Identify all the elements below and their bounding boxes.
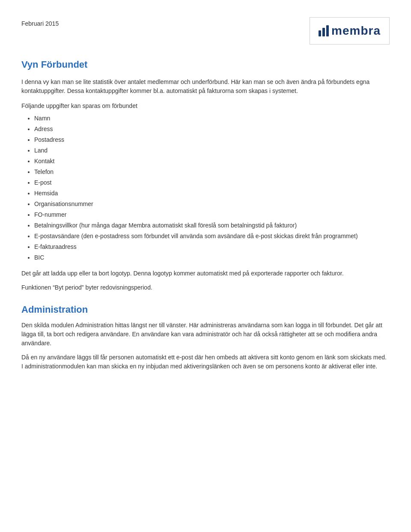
list-intro-text: Följande uppgifter kan sparas om förbund… (21, 102, 390, 111)
date-label: Februari 2015 (21, 17, 59, 28)
list-item: Telefon (34, 167, 390, 176)
list-item: FO-nummer (34, 210, 390, 219)
intro-section: I denna vy kan man se lite statistik öve… (21, 78, 390, 96)
intro-paragraph: I denna vy kan man se lite statistik öve… (21, 78, 390, 96)
list-item: Betalningsvillkor (hur många dagar Membr… (34, 221, 390, 230)
list-item: Organisationsnummer (34, 200, 390, 209)
admin-paragraph-2: Då en ny användare läggs till får person… (21, 353, 390, 371)
list-item: E-postavsändare (den e-postadress som fö… (34, 232, 390, 241)
page-title: Vyn Förbundet (21, 57, 390, 72)
period-paragraph: Funktionen “Byt period” byter redovisnin… (21, 283, 390, 292)
logo-bar-1 (319, 30, 321, 36)
logo-text: membra (331, 22, 381, 40)
page-header: Februari 2015 membra (21, 17, 390, 45)
list-item: Postadress (34, 135, 390, 144)
logo-bar-3 (326, 25, 329, 36)
list-item: E-post (34, 178, 390, 187)
logo-bars-icon (319, 25, 329, 36)
logotype-paragraph: Det går att ladda upp eller ta bort logo… (21, 269, 390, 278)
list-section: Följande uppgifter kan sparas om förbund… (21, 102, 390, 262)
features-list: Namn Adress Postadress Land Kontakt Tele… (34, 114, 390, 262)
administration-section: Den skilda modulen Administration hittas… (21, 321, 390, 371)
list-item: Land (34, 146, 390, 155)
administration-heading: Administration (21, 302, 390, 317)
logo: membra (319, 22, 381, 40)
logo-bar-2 (322, 28, 325, 36)
admin-paragraph-1: Den skilda modulen Administration hittas… (21, 321, 390, 348)
list-item: Hemsida (34, 189, 390, 198)
logo-container: membra (310, 17, 390, 45)
list-item: E-fakturaadress (34, 242, 390, 251)
list-item: Kontakt (34, 157, 390, 166)
list-item: BIC (34, 253, 390, 262)
list-item: Namn (34, 114, 390, 123)
list-item: Adress (34, 125, 390, 134)
